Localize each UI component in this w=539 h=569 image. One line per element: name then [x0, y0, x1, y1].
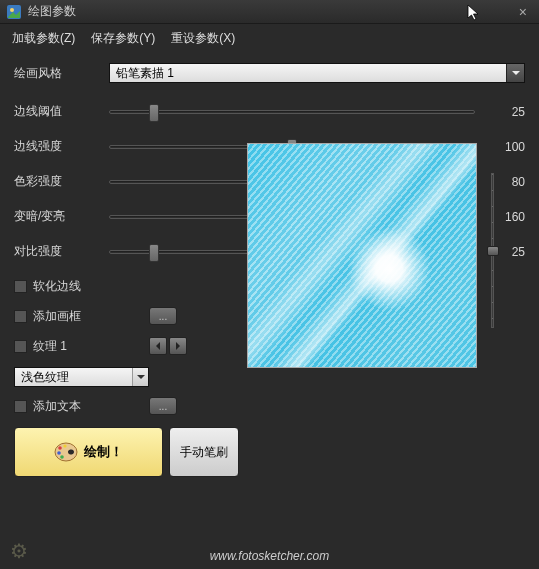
texture-value: 浅色纹理: [21, 369, 132, 386]
svg-point-7: [63, 444, 66, 447]
svg-point-1: [10, 8, 14, 12]
slider-track-vertical: [491, 173, 494, 328]
close-button[interactable]: ×: [513, 4, 533, 20]
action-buttons: 绘制！ 手动笔刷: [14, 427, 239, 477]
slider-label: 色彩强度: [14, 173, 109, 190]
add-text-row: 添加文本 ...: [14, 397, 239, 415]
cursor-icon: [467, 4, 481, 25]
style-value: 铅笔素描 1: [116, 65, 506, 82]
titlebar: 绘图参数 ×: [0, 0, 539, 24]
checkbox-icon: [14, 340, 27, 353]
texture-row: 纹理 1: [14, 337, 239, 355]
checkbox-icon: [14, 280, 27, 293]
slider-label: 变暗/变亮: [14, 208, 109, 225]
texture-dropdown[interactable]: 浅色纹理: [14, 367, 149, 387]
chevron-down-icon: [506, 64, 524, 82]
slider-edge-threshold: 边线阈值 25: [14, 103, 525, 120]
menu-load[interactable]: 加载参数(Z): [12, 30, 75, 47]
slider-label: 边线阈值: [14, 103, 109, 120]
slider-thumb-vertical[interactable]: [487, 246, 499, 256]
texture-prev-button[interactable]: [149, 337, 167, 355]
svg-point-4: [58, 446, 62, 450]
slider-thumb[interactable]: [149, 104, 159, 122]
app-icon: [6, 4, 22, 20]
preview-zoom-slider[interactable]: [485, 173, 499, 328]
slider-value: 100: [489, 140, 525, 154]
soften-edges-label: 软化边线: [33, 278, 81, 295]
manual-brush-button[interactable]: 手动笔刷: [169, 427, 239, 477]
footer-url[interactable]: www.fotosketcher.com: [210, 549, 330, 563]
add-frame-row: 添加画框 ...: [14, 307, 239, 325]
bottom-area: 软化边线 添加画框 ... 纹理 1: [14, 278, 525, 503]
footer: www.fotosketcher.com: [0, 549, 539, 563]
slider-track[interactable]: [109, 110, 475, 114]
frame-settings-button[interactable]: ...: [149, 307, 177, 325]
style-dropdown[interactable]: 铅笔素描 1: [109, 63, 525, 83]
draw-button[interactable]: 绘制！: [14, 427, 163, 477]
add-frame-option[interactable]: 添加画框: [14, 308, 149, 325]
window-title: 绘图参数: [28, 3, 513, 20]
style-label: 绘画风格: [14, 65, 109, 82]
add-text-option[interactable]: 添加文本: [14, 398, 149, 415]
slider-thumb[interactable]: [149, 244, 159, 262]
preview-panel: [247, 143, 477, 368]
menu-save[interactable]: 保存参数(Y): [91, 30, 155, 47]
left-column: 软化边线 添加画框 ... 纹理 1: [14, 278, 239, 477]
svg-point-6: [60, 455, 64, 459]
slider-value: 25: [489, 105, 525, 119]
text-settings-button[interactable]: ...: [149, 397, 177, 415]
menubar: 加载参数(Z) 保存参数(Y) 重设参数(X): [0, 24, 539, 53]
svg-point-5: [57, 451, 61, 455]
texture-nav: [149, 337, 187, 355]
slider-label: 对比强度: [14, 243, 109, 260]
checkbox-icon: [14, 310, 27, 323]
add-frame-label: 添加画框: [33, 308, 81, 325]
style-row: 绘画风格 铅笔素描 1: [14, 63, 525, 83]
preview-image: [247, 143, 477, 368]
slider-label: 边线强度: [14, 138, 109, 155]
checkbox-icon: [14, 400, 27, 413]
soften-edges-option[interactable]: 软化边线: [14, 278, 149, 295]
content: 绘画风格 铅笔素描 1 边线阈值 25 边线强度 100 色彩强度 80 变暗/…: [0, 53, 539, 503]
palette-icon: [54, 442, 78, 462]
texture-option[interactable]: 纹理 1: [14, 338, 149, 355]
texture-next-button[interactable]: [169, 337, 187, 355]
draw-label: 绘制！: [84, 443, 123, 461]
chevron-down-icon: [132, 368, 148, 386]
soften-edges-row: 软化边线: [14, 278, 239, 295]
manual-brush-label: 手动笔刷: [180, 444, 228, 461]
add-text-label: 添加文本: [33, 398, 81, 415]
menu-reset[interactable]: 重设参数(X): [171, 30, 235, 47]
texture-label: 纹理 1: [33, 338, 67, 355]
